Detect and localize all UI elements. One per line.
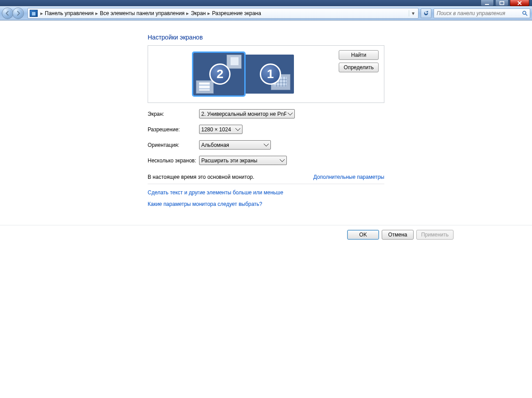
advanced-settings-link[interactable]: Дополнительные параметры	[313, 174, 384, 180]
cancel-button[interactable]: Отмена	[382, 230, 414, 240]
svg-rect-0	[485, 4, 489, 5]
orientation-label: Ориентация:	[148, 142, 199, 148]
forward-button[interactable]	[12, 8, 24, 19]
display-label: Экран:	[148, 111, 199, 117]
apply-button[interactable]: Применить	[416, 230, 454, 240]
monitor-1[interactable]: 1	[244, 55, 294, 94]
search-input[interactable]	[436, 10, 522, 17]
refresh-button[interactable]	[421, 8, 431, 18]
identify-button[interactable]: Определить	[339, 63, 379, 72]
back-button[interactable]	[2, 8, 13, 19]
breadcrumb-item[interactable]: Экран	[191, 10, 206, 16]
title-bar	[0, 0, 532, 6]
page-title: Настройки экранов	[148, 34, 384, 41]
text-size-link[interactable]: Сделать текст и другие элементы больше и…	[148, 189, 384, 196]
chevron-right-icon: ▸	[94, 10, 100, 16]
orientation-select[interactable]: Альбомная	[199, 140, 271, 150]
dialog-buttons: OK Отмена Применить	[0, 225, 532, 240]
monitor-number: 2	[209, 63, 231, 85]
svg-rect-1	[500, 1, 504, 4]
maximize-button[interactable]	[495, 0, 509, 6]
breadcrumb[interactable]: ▸Панель управления ▸Все элементы панели …	[27, 8, 419, 19]
help-link[interactable]: Какие параметры монитора следует выбрать…	[148, 201, 384, 207]
close-button[interactable]	[510, 0, 529, 6]
breadcrumb-dropdown[interactable]: ▾	[409, 10, 417, 16]
breadcrumb-item[interactable]: Разрешение экрана	[212, 10, 261, 16]
control-panel-icon	[30, 10, 38, 17]
primary-display-status: В настоящее время это основной монитор.	[148, 174, 254, 180]
breadcrumb-item[interactable]: Панель управления	[45, 10, 94, 16]
resolution-select[interactable]: 1280 × 1024	[199, 125, 243, 134]
chevron-right-icon: ▸	[39, 10, 45, 16]
multiple-displays-label: Несколько экранов:	[148, 158, 199, 164]
monitor-number: 1	[260, 63, 281, 85]
monitor-2[interactable]: 2	[193, 53, 244, 95]
search-box[interactable]	[434, 8, 530, 18]
resolution-label: Разрешение:	[148, 126, 199, 133]
display-select[interactable]: 2. Универсальный монитор не PnP	[199, 109, 295, 118]
breadcrumb-item[interactable]: Все элементы панели управления	[100, 10, 184, 16]
multiple-displays-select[interactable]: Расширить эти экраны	[199, 156, 287, 165]
chevron-right-icon: ▸	[184, 10, 191, 16]
ok-button[interactable]: OK	[347, 230, 379, 240]
display-arrangement: 2 1 Найти Определить	[148, 45, 384, 103]
minimize-button[interactable]	[481, 0, 494, 6]
chevron-right-icon: ▸	[206, 10, 212, 16]
nav-bar: ▸Панель управления ▸Все элементы панели …	[0, 6, 532, 20]
search-icon	[522, 10, 528, 16]
detect-button[interactable]: Найти	[339, 50, 379, 60]
svg-point-2	[523, 11, 526, 14]
svg-line-3	[526, 14, 528, 16]
